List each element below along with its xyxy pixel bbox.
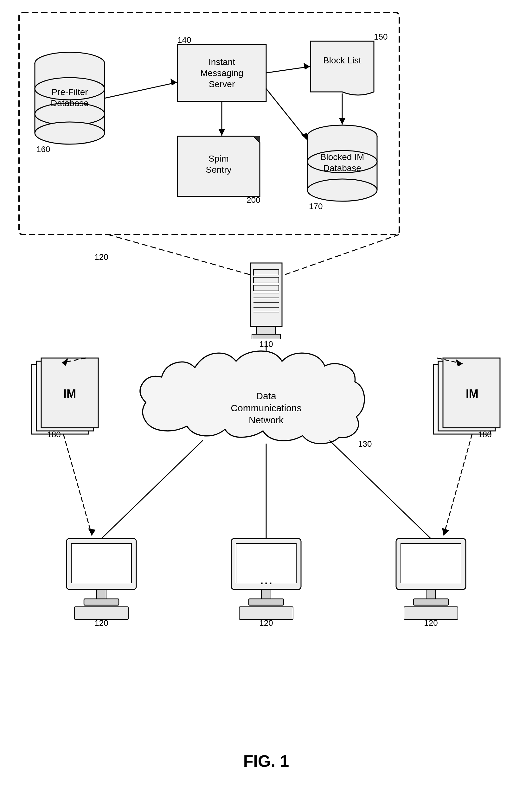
svg-text:Messaging: Messaging	[200, 68, 243, 78]
svg-line-37	[266, 89, 307, 139]
svg-line-62	[330, 440, 431, 539]
svg-text:180: 180	[47, 430, 60, 439]
svg-text:IM: IM	[466, 387, 478, 400]
svg-rect-79	[414, 599, 448, 605]
svg-text:120: 120	[424, 618, 438, 628]
svg-text:Sentry: Sentry	[206, 165, 232, 175]
svg-rect-64	[71, 544, 132, 583]
svg-line-54	[282, 234, 399, 276]
svg-rect-51	[252, 334, 280, 339]
svg-line-97	[444, 434, 472, 535]
svg-text:120: 120	[94, 252, 108, 262]
svg-line-93	[63, 434, 92, 535]
svg-marker-94	[88, 529, 96, 535]
svg-text:Database: Database	[323, 163, 361, 173]
svg-rect-77	[401, 544, 461, 583]
svg-rect-78	[426, 589, 436, 599]
svg-marker-34	[303, 63, 310, 70]
svg-text:Blocked IM: Blocked IM	[320, 152, 364, 162]
svg-text:···: ···	[259, 573, 273, 591]
svg-line-33	[266, 66, 310, 73]
svg-text:160: 160	[36, 144, 50, 154]
svg-marker-40	[339, 118, 346, 124]
diagram: Pre-Filter Database 160 Instant Messagin…	[0, 0, 532, 788]
svg-text:120: 120	[259, 618, 273, 628]
svg-text:180: 180	[478, 430, 491, 439]
svg-line-60	[101, 440, 203, 539]
svg-rect-41	[250, 263, 282, 326]
svg-text:150: 150	[374, 32, 388, 41]
svg-text:170: 170	[309, 201, 322, 211]
svg-text:Pre-Filter: Pre-Filter	[51, 87, 88, 97]
svg-text:Data: Data	[256, 391, 276, 401]
svg-text:FIG. 1: FIG. 1	[243, 752, 289, 770]
svg-rect-80	[404, 607, 458, 619]
svg-rect-73	[249, 599, 283, 605]
svg-text:120: 120	[94, 618, 108, 628]
svg-text:IM: IM	[63, 387, 76, 400]
svg-marker-32	[171, 79, 177, 85]
svg-text:Network: Network	[249, 415, 284, 425]
svg-text:Instant: Instant	[209, 57, 235, 67]
svg-rect-74	[239, 607, 293, 619]
svg-text:Communications: Communications	[231, 403, 301, 413]
svg-rect-67	[75, 607, 128, 619]
svg-point-23	[307, 179, 377, 201]
svg-point-7	[35, 122, 104, 144]
svg-marker-36	[219, 129, 225, 136]
svg-rect-66	[84, 599, 119, 605]
svg-text:200: 200	[247, 195, 260, 205]
svg-text:Block List: Block List	[323, 56, 361, 65]
svg-text:Spim: Spim	[209, 154, 229, 163]
svg-rect-65	[97, 589, 106, 599]
svg-text:Server: Server	[209, 79, 235, 89]
svg-line-53	[108, 234, 254, 276]
svg-text:140: 140	[177, 35, 191, 45]
svg-text:Database: Database	[51, 98, 89, 108]
svg-line-31	[104, 82, 177, 98]
svg-text:130: 130	[358, 439, 372, 449]
